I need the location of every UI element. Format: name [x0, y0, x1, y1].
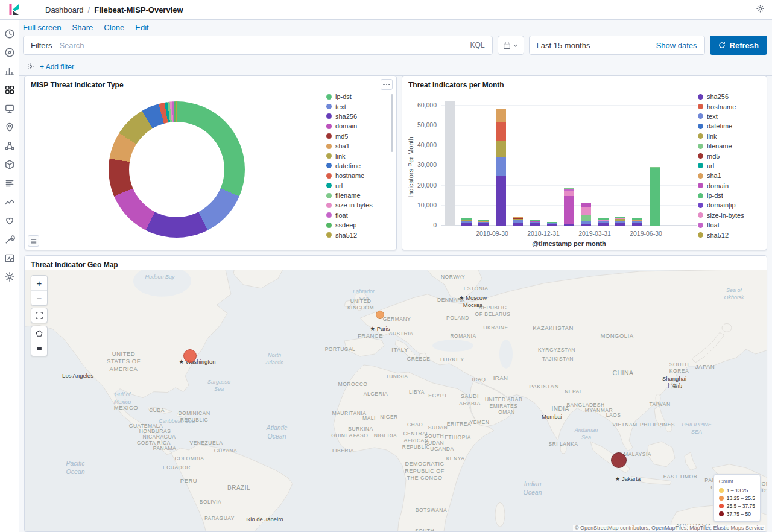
bar-segment-2019-04-size-in-bytes[interactable]	[598, 220, 609, 221]
legend-item-datetime[interactable]: datetime	[326, 161, 387, 171]
filters-button[interactable]: Filters	[24, 41, 59, 50]
add-filter-link[interactable]: + Add filter	[40, 63, 74, 71]
marker-washington-dc[interactable]	[183, 349, 197, 363]
marker-sumatra[interactable]	[611, 452, 627, 468]
bar-segment-2019-01-ip-dst[interactable]	[547, 222, 557, 223]
sidebar-item-dashboard-icon[interactable]	[4, 84, 15, 95]
bar-segment-2019-04-ip-dst[interactable]	[598, 218, 609, 220]
bar-segment-2019-02-filename[interactable]	[564, 188, 574, 189]
draw-polygon-icon[interactable]	[31, 326, 47, 341]
legend-item-size-in-bytes[interactable]: size-in-bytes	[326, 200, 387, 210]
legend-item-domain|ip[interactable]: domain|ip	[698, 200, 761, 210]
legend-item-sha512[interactable]: sha512	[698, 230, 761, 239]
sidebar-item-monitoring-icon[interactable]	[4, 253, 15, 264]
bar-segment-2018-12-text[interactable]	[530, 222, 540, 224]
bar-segment-2019-03-domain[interactable]	[581, 203, 591, 207]
bar-segment-2019-06-sha1[interactable]	[632, 220, 642, 222]
legend-item-sha256[interactable]: sha256	[698, 92, 761, 101]
legend-item-md5[interactable]: md5	[698, 151, 761, 160]
sidebar-item-infrastructure-icon[interactable]	[4, 159, 15, 170]
bar-segment-2019-07-filename[interactable]	[650, 167, 660, 168]
bar-segment-2019-05-link[interactable]	[615, 219, 625, 221]
menu-item-share[interactable]: Share	[72, 23, 93, 32]
bar-segment-2019-02-domain[interactable]	[564, 196, 574, 224]
search-input[interactable]: Filters Search KQL	[23, 36, 493, 55]
bar-segment-2018-11-md5[interactable]	[513, 218, 523, 219]
kql-toggle[interactable]: KQL	[463, 41, 492, 49]
space-avatar[interactable]: D	[27, 4, 39, 16]
bar-segment-2018-09-ip-dst[interactable]	[478, 220, 489, 221]
menu-item-edit[interactable]: Edit	[135, 23, 148, 32]
gear-icon[interactable]	[756, 4, 765, 15]
legend-item-sha1[interactable]: sha1	[698, 171, 761, 180]
bar-segment-2018-12-ip-dst[interactable]	[530, 220, 540, 221]
geo-map[interactable]: Hudson BayLabrador SeaNorth AtlanticSarg…	[25, 270, 767, 531]
sidebar-item-machine-learning-icon[interactable]	[4, 141, 15, 151]
legend-item-datetime[interactable]: datetime	[698, 121, 761, 131]
bar-segment-2018-11-sha1[interactable]	[513, 217, 523, 218]
bar-segment-2019-05-size-in-bytes[interactable]	[615, 218, 625, 219]
menu-item-full-screen[interactable]: Full screen	[23, 23, 62, 32]
legend-item-ip-dst[interactable]: ip-dst	[698, 191, 761, 200]
bar-segment-2018-12-sha1[interactable]	[530, 220, 540, 220]
bar-segment-2018-10-link[interactable]	[496, 141, 506, 157]
zoom-out-button[interactable]: −	[31, 290, 47, 305]
legend-item-text[interactable]: text	[326, 101, 387, 111]
bar-segment-2019-06-sha256[interactable]	[632, 223, 642, 226]
kibana-logo[interactable]	[7, 3, 21, 16]
legend-item-hostname[interactable]: hostname	[698, 101, 761, 111]
bar-segment-2019-03-sha256[interactable]	[581, 224, 591, 226]
bar-segment-2018-09-sha1[interactable]	[478, 221, 489, 221]
legend-item-float[interactable]: float	[326, 211, 387, 220]
bar-segment-2018-11-link[interactable]	[513, 219, 523, 220]
sidebar-item-logs-icon[interactable]	[4, 178, 15, 189]
legend-item-domain[interactable]: domain	[698, 181, 761, 191]
legend-scrollbar[interactable]	[391, 94, 393, 152]
legend-item-ssdeep[interactable]: ssdeep	[326, 220, 387, 230]
menu-item-clone[interactable]: Clone	[104, 23, 124, 32]
legend-item-link[interactable]: link	[698, 131, 761, 141]
bar-segment-2018-09-text[interactable]	[478, 222, 489, 223]
bar-segment-2018-10-sha1[interactable]	[496, 109, 506, 122]
sidebar-item-dev-tools-icon[interactable]	[4, 234, 15, 245]
breadcrumb-section[interactable]: Dashboard	[45, 5, 84, 14]
legend-item-float[interactable]: float	[698, 220, 761, 230]
bar-segment-2019-06-text[interactable]	[632, 221, 642, 223]
bar-segment-2018-08-link[interactable]	[461, 220, 472, 221]
date-picker-button[interactable]	[498, 36, 524, 55]
sidebar-item-canvas-icon[interactable]	[4, 103, 15, 114]
show-dates-link[interactable]: Show dates	[656, 41, 704, 50]
bar-segment-2019-07-ip-dst[interactable]	[650, 168, 660, 226]
bar-segment-2018-07-_partial[interactable]	[445, 101, 455, 226]
time-range-value[interactable]: Last 15 months	[530, 41, 656, 50]
bar-segment-2019-04-text[interactable]	[598, 221, 609, 223]
bar-segment-2018-08-ip-dst[interactable]	[461, 218, 472, 220]
bar-segment-2019-01-sha256[interactable]	[547, 224, 557, 226]
time-range-control[interactable]: Last 15 months Show dates	[529, 36, 705, 55]
bar-segment-2019-05-ip-dst[interactable]	[615, 217, 625, 218]
marker-germany[interactable]	[376, 311, 384, 319]
bar-segment-2018-10-hostname[interactable]	[496, 122, 506, 142]
legend-item-link[interactable]: link	[326, 151, 387, 160]
bar-segment-2019-03-text[interactable]	[581, 221, 591, 224]
legend-item-sha1[interactable]: sha1	[326, 141, 387, 151]
bar-segment-2019-02-sha256[interactable]	[564, 224, 574, 226]
filter-settings-icon[interactable]	[27, 63, 34, 72]
bar-segment-2019-05-sha256[interactable]	[615, 223, 625, 226]
legend-item-filename[interactable]: filename	[698, 141, 761, 151]
sidebar-item-apm-icon[interactable]	[4, 197, 15, 207]
legend-toggle-icon[interactable]	[28, 235, 39, 247]
sidebar-item-uptime-icon[interactable]	[4, 215, 15, 226]
legend-item-filename[interactable]: filename	[326, 191, 387, 200]
bar-segment-2019-02-float[interactable]	[564, 189, 574, 191]
bar-segment-2019-03-filename[interactable]	[581, 215, 591, 220]
legend-item-domain[interactable]: domain	[326, 121, 387, 131]
bar-segment-2018-11-text[interactable]	[513, 220, 523, 222]
sidebar-item-management-icon[interactable]	[4, 271, 15, 282]
legend-item-hostname[interactable]: hostname	[326, 171, 387, 180]
legend-item-url[interactable]: url	[698, 161, 761, 171]
bar-segment-2019-01-text[interactable]	[547, 223, 557, 224]
fit-to-data-icon[interactable]	[31, 308, 47, 323]
bar-segment-2018-12-domain[interactable]	[530, 221, 540, 222]
bar-segment-2018-09-sha256[interactable]	[478, 223, 489, 226]
